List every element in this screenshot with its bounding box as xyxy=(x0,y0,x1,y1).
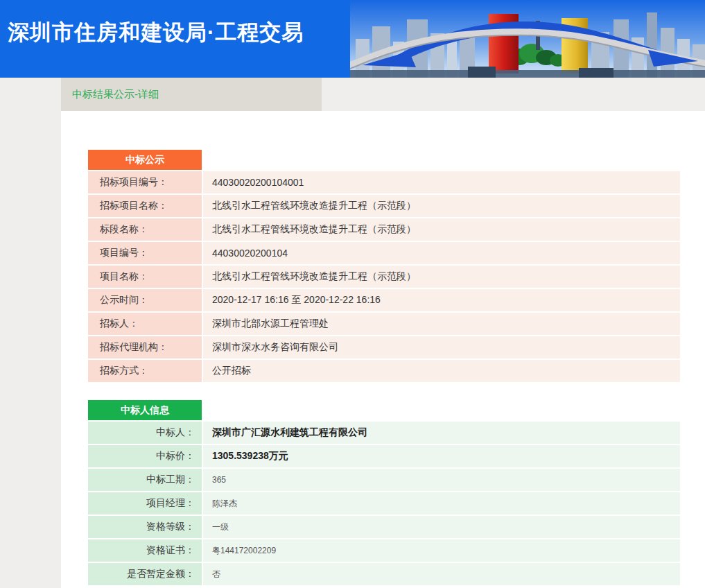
field-label: 招标代理机构： xyxy=(88,336,202,358)
field-label: 中标人： xyxy=(88,422,202,444)
field-value: 北线引水工程管线环境改造提升工程（示范段） xyxy=(203,195,680,217)
field-label: 资格证书： xyxy=(88,539,202,562)
field-value: 2020-12-17 16:16 至 2020-12-22 16:16 xyxy=(203,289,680,311)
field-value: 陈泽杰 xyxy=(203,492,680,514)
table-row: 标段名称：北线引水工程管线环境改造提升工程（示范段） xyxy=(88,218,680,241)
section-header-row: 中标公示 xyxy=(88,150,680,170)
breadcrumb-band: 中标结果公示-详细 xyxy=(0,78,705,111)
winner-info-section: 中标人信息 中标人：深圳市广汇源水利建筑工程有限公司中标价：1305.53923… xyxy=(87,399,705,587)
field-value: 365 xyxy=(203,469,680,491)
field-label: 招标项目编号： xyxy=(88,171,202,193)
header-banner-image xyxy=(350,0,705,78)
table-row: 招标代理机构：深圳市深水水务咨询有限公司 xyxy=(88,336,680,358)
table-row: 项目经理：陈泽杰 xyxy=(88,492,680,514)
field-label: 项目经理： xyxy=(88,492,202,514)
table-row: 中标价：1305.539238万元 xyxy=(88,445,680,467)
field-label: 招标方式： xyxy=(88,360,202,382)
field-label: 公示时间： xyxy=(88,289,202,311)
section-header-spacer xyxy=(203,150,680,170)
table-row: 资格证书：粤144172002209 xyxy=(88,539,680,562)
field-label: 招标人： xyxy=(88,313,202,335)
field-value: 公开招标 xyxy=(203,360,680,382)
field-label: 是否暂定金额： xyxy=(88,563,202,585)
field-value: 北线引水工程管线环境改造提升工程（示范段） xyxy=(203,266,680,288)
bid-notice-title: 中标公示 xyxy=(88,150,202,170)
table-row: 招标方式：公开招标 xyxy=(88,360,680,382)
table-row: 项目编号：44030020200104 xyxy=(88,242,680,264)
winner-info-title: 中标人信息 xyxy=(88,400,202,420)
field-label: 资格等级： xyxy=(88,516,202,538)
table-row: 中标工期：365 xyxy=(88,469,680,491)
table-row: 资格等级：一级 xyxy=(88,516,680,538)
field-value: 深圳市广汇源水利建筑工程有限公司 xyxy=(203,422,680,444)
breadcrumb-label: 中标结果公示-详细 xyxy=(72,88,159,101)
main-content: 中标公示 招标项目编号：44030020200104001招标项目名称：北线引水… xyxy=(61,111,705,588)
field-value: 44030020200104001 xyxy=(203,171,680,193)
field-value: 北线引水工程管线环境改造提升工程（示范段） xyxy=(203,218,680,241)
field-value: 否 xyxy=(203,563,680,585)
field-label: 招标项目名称： xyxy=(88,195,202,217)
bid-notice-table: 中标公示 招标项目编号：44030020200104001招标项目名称：北线引水… xyxy=(87,148,681,383)
field-value: 深圳市北部水源工程管理处 xyxy=(203,313,680,335)
field-label: 中标工期： xyxy=(88,469,202,491)
field-value: 1305.539238万元 xyxy=(203,445,680,467)
table-row: 招标项目名称：北线引水工程管线环境改造提升工程（示范段） xyxy=(88,195,680,217)
bid-notice-section: 中标公示 招标项目编号：44030020200104001招标项目名称：北线引水… xyxy=(87,148,705,383)
table-row: 是否暂定金额：否 xyxy=(88,563,680,585)
table-row: 中标人：深圳市广汇源水利建筑工程有限公司 xyxy=(88,422,680,444)
table-row: 项目名称：北线引水工程管线环境改造提升工程（示范段） xyxy=(88,266,680,288)
field-label: 中标价： xyxy=(88,445,202,467)
site-title: 深圳市住房和建设局·工程交易 xyxy=(8,18,304,47)
site-header: 深圳市住房和建设局·工程交易 xyxy=(0,0,705,78)
field-label: 项目编号： xyxy=(88,242,202,264)
page: 深圳市住房和建设局·工程交易 xyxy=(0,0,705,588)
field-label: 项目名称： xyxy=(88,266,202,288)
field-value: 44030020200104 xyxy=(203,242,680,264)
table-row: 招标项目编号：44030020200104001 xyxy=(88,171,680,193)
breadcrumb-tab[interactable]: 中标结果公示-详细 xyxy=(61,78,322,111)
table-row: 招标人：深圳市北部水源工程管理处 xyxy=(88,313,680,335)
winner-info-table: 中标人信息 中标人：深圳市广汇源水利建筑工程有限公司中标价：1305.53923… xyxy=(87,399,681,587)
field-value: 粤144172002209 xyxy=(203,539,680,562)
table-row: 公示时间：2020-12-17 16:16 至 2020-12-22 16:16 xyxy=(88,289,680,311)
field-value: 一级 xyxy=(203,516,680,538)
section-header-spacer xyxy=(203,400,680,420)
field-label: 标段名称： xyxy=(88,218,202,241)
section-header-row: 中标人信息 xyxy=(88,400,680,420)
field-value: 深圳市深水水务咨询有限公司 xyxy=(203,336,680,358)
